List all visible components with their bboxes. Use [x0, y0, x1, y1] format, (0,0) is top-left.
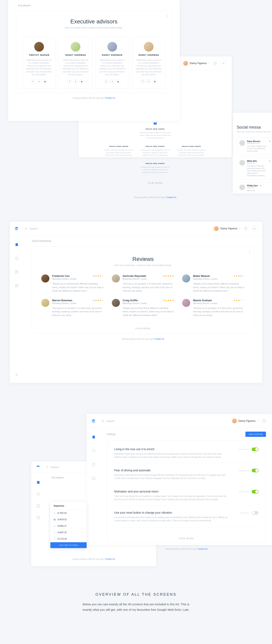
- twitter-icon[interactable]: ✦: [146, 79, 151, 84]
- social-card: Mittie Ellis@mittieellisThe release of t…: [237, 157, 272, 180]
- segment-option[interactable]: $ 4047.25: [50, 529, 87, 536]
- segment-option[interactable]: $ 9081.37: [50, 523, 87, 529]
- user-menu[interactable]: Danny Figueros▼: [232, 418, 259, 423]
- facebook-icon[interactable]: f: [140, 79, 145, 84]
- feature-item: REACH NEW USERS Develop with a grid desi…: [140, 146, 170, 156]
- view-more-button[interactable]: VIEW MORE: [114, 534, 258, 544]
- nav-contacts-icon[interactable]: [15, 243, 18, 246]
- reviewer-name: Frederick Cox: [52, 274, 70, 278]
- nav-doc-icon[interactable]: [36, 504, 40, 508]
- menu-icon[interactable]: [250, 251, 250, 253]
- nav-calendar-icon[interactable]: [15, 284, 18, 288]
- segment-option[interactable]: $ 1175.39: [50, 536, 87, 542]
- svg-rect-3: [16, 243, 18, 246]
- search-icon: [46, 466, 48, 468]
- view-more-button[interactable]: VIEW MORE: [91, 178, 220, 188]
- reviewer-role: Marketing Director, London.: [52, 278, 104, 280]
- advisor-name: TIMOTHY INGRAM: [26, 54, 52, 56]
- instagram-icon[interactable]: ◉: [80, 79, 84, 84]
- nav-calendar-icon[interactable]: [92, 476, 96, 480]
- facebook-icon[interactable]: f: [31, 79, 35, 84]
- svg-rect-22: [37, 516, 40, 519]
- footer-help: Having problems with the web app? Contac…: [78, 192, 232, 202]
- setting-desc: Attending a trade show can be a very eff…: [114, 452, 227, 459]
- advisor-avatar: [34, 42, 44, 52]
- explore-button[interactable]: EXPLORE OPTIONS: [50, 542, 87, 548]
- instagram-icon[interactable]: ◉: [116, 79, 120, 84]
- avatar: [232, 418, 237, 423]
- nav-menu-icon[interactable]: [15, 373, 18, 377]
- review-text: "Maybe you've heard these different mark…: [52, 282, 104, 293]
- twitter-icon: ✦: [260, 184, 261, 192]
- review-item: Frederick Cox★★★★★ Marketing Director, L…: [41, 274, 104, 293]
- power-icon[interactable]: [220, 60, 227, 66]
- toggle-switch[interactable]: [252, 469, 258, 472]
- radio-icon: [54, 525, 56, 527]
- advisor-avatar: [144, 42, 154, 52]
- facebook-icon[interactable]: f: [67, 79, 72, 84]
- segments-popup: Segments $ 7597.82$ 4978.53$ 9081.37$ 40…: [50, 502, 87, 548]
- radio-icon: [54, 519, 56, 521]
- instagram-icon[interactable]: ◉: [43, 79, 47, 84]
- facebook-icon[interactable]: f: [104, 79, 108, 84]
- user-menu[interactable]: Danny Figueros▼: [183, 61, 210, 66]
- segment-option[interactable]: $ 7597.82: [50, 510, 87, 516]
- nav-doc-icon[interactable]: [92, 463, 96, 466]
- review-text: "Success is no accident. It is hard work…: [52, 306, 104, 317]
- radio-icon: [54, 532, 56, 534]
- svg-point-12: [102, 420, 104, 422]
- segment-option[interactable]: $ 4978.53: [50, 516, 87, 523]
- clock-icon[interactable]: [242, 225, 249, 232]
- twitter-icon[interactable]: ✦: [110, 79, 114, 84]
- feature-item: REACH NEW USERS Develop with a grid desi…: [176, 146, 206, 156]
- contact-link[interactable]: Contact Us: [105, 558, 115, 560]
- search-input[interactable]: Search: [102, 420, 232, 422]
- twitter-icon[interactable]: ✦: [73, 79, 78, 84]
- search-icon: [102, 420, 104, 422]
- nav-calendar-icon[interactable]: [36, 516, 40, 519]
- nav-contacts-icon[interactable]: [36, 480, 40, 484]
- reviewer-avatar: [41, 299, 49, 307]
- svg-rect-16: [93, 463, 95, 466]
- contact-link[interactable]: Contact Us: [105, 97, 115, 99]
- menu-icon[interactable]: [167, 15, 168, 18]
- social-panel: Social messa Here you would have a sente…: [233, 113, 272, 194]
- settings-panel: Search Danny Figueros▼ Settings ADD CUST…: [87, 414, 272, 545]
- power-icon[interactable]: [251, 225, 258, 232]
- segments-title: Segments: [50, 502, 87, 510]
- avatar: [183, 61, 188, 66]
- rating-stars: ★★★★★: [93, 275, 104, 277]
- add-custom-button[interactable]: ADD CUSTOM: [246, 432, 266, 437]
- clock-icon[interactable]: [212, 60, 218, 66]
- review-text: "Maybe you've heard these different mark…: [123, 306, 174, 317]
- nav-contacts-icon[interactable]: [92, 435, 96, 439]
- contact-link[interactable]: Contact Us: [154, 338, 164, 340]
- user-menu[interactable]: Danny Figueros▼: [214, 226, 240, 231]
- setting-title: Motivation and your personal vision: [114, 490, 227, 493]
- contact-link[interactable]: Contact Us: [198, 548, 208, 550]
- clock-icon[interactable]: [261, 418, 267, 424]
- view-more-button[interactable]: VIEW MORE: [41, 323, 245, 334]
- instagram-icon[interactable]: ◉: [152, 79, 157, 84]
- review-item: Mamie Graham★★★★★ Marketing Director, Lo…: [182, 299, 244, 317]
- toggle-switch[interactable]: [252, 490, 258, 494]
- toggle-switch[interactable]: [252, 448, 258, 451]
- twitter-icon[interactable]: ✦: [37, 79, 41, 84]
- svg-point-1: [25, 228, 27, 229]
- advisor-desc: Differentiate and you stand out in a cro…: [99, 59, 126, 76]
- contact-link[interactable]: Contact Us: [166, 196, 176, 198]
- reviews-panel: Search Danny Figueros▼ Social Networking…: [10, 222, 262, 383]
- setting-title: Use your reset button to change your vib…: [114, 511, 228, 514]
- setting-label: AUTOPAID: [239, 491, 249, 493]
- svg-point-4: [16, 257, 18, 260]
- logo-icon: [36, 465, 40, 469]
- toggle-switch[interactable]: [252, 511, 258, 515]
- nav-target-icon[interactable]: [36, 492, 40, 496]
- rating-stars: ★★★★★: [93, 299, 104, 302]
- nav-doc-icon[interactable]: [15, 270, 18, 274]
- nav-target-icon[interactable]: [15, 256, 18, 260]
- advisor-desc: Differentiate and you stand out in a cro…: [26, 59, 52, 76]
- search-input[interactable]: Search: [24, 227, 214, 230]
- svg-point-15: [92, 450, 95, 452]
- nav-target-icon[interactable]: [92, 449, 96, 452]
